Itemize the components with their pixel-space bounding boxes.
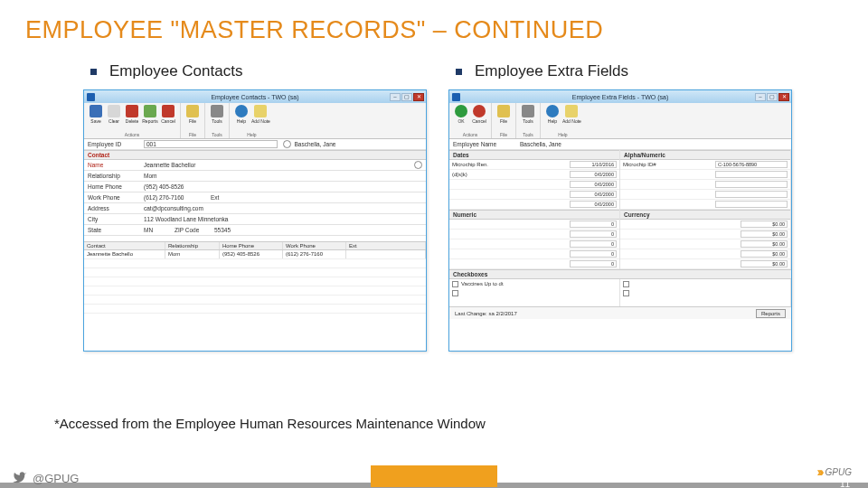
table-row[interactable] (84, 277, 426, 286)
save-button[interactable]: Save (88, 105, 104, 124)
file-button[interactable]: File (184, 105, 201, 124)
numeric-field[interactable]: 0 (570, 221, 617, 228)
ribbon-help: Help Add Note Help (541, 103, 585, 138)
state-field[interactable]: MN (144, 227, 171, 233)
left-heading: Employee Contacts (109, 62, 242, 80)
ribbon: Save Clear Delete Reports Cancel Actions… (84, 103, 426, 139)
close-button[interactable]: ✕ (413, 93, 424, 101)
window-buttons: – ▢ ✕ (755, 93, 789, 101)
close-button[interactable]: ✕ (778, 93, 789, 101)
window-title: Employee Extra Fields - TWO (sa) (572, 94, 668, 100)
employee-name-label: Employee Name (453, 141, 516, 147)
employee-name-display: Baschella, Jane (520, 141, 788, 147)
ribbon-file-label: File (189, 132, 196, 137)
delete-button[interactable]: Delete (124, 105, 140, 124)
window-buttons: – ▢ ✕ (390, 93, 424, 101)
home-phone-field[interactable]: (952) 405-8526 (144, 183, 422, 190)
checkbox[interactable] (623, 290, 629, 296)
zip-label: ZIP Code (175, 227, 211, 233)
titlebar: Employee Contacts - TWO (sa) – ▢ ✕ (84, 90, 426, 103)
add-note-button[interactable]: Add Note (562, 105, 581, 124)
table-row[interactable] (84, 268, 426, 277)
numeric-field[interactable]: 0 (570, 260, 617, 267)
ribbon-actions-label: Actions (125, 132, 139, 137)
numeric-currency-section: Numeric 0 0 0 0 0 Currency $0.00 $0.00 $… (449, 210, 791, 269)
zip-field[interactable]: 55345 (214, 227, 422, 233)
reports-button[interactable]: Reports (142, 105, 158, 124)
table-row[interactable] (84, 305, 426, 314)
lookup-icon[interactable] (283, 140, 291, 148)
numeric-field[interactable]: 0 (570, 240, 617, 248)
maximize-button[interactable]: ▢ (401, 93, 412, 101)
currency-field[interactable]: $0.00 (741, 260, 788, 267)
currency-field[interactable]: $0.00 (741, 240, 788, 248)
minimize-button[interactable]: – (390, 93, 401, 101)
date-field[interactable]: 0/0/2000 (570, 201, 617, 208)
microchip-id-label: Microchip ID# (623, 162, 715, 167)
clear-button[interactable]: Clear (106, 105, 122, 124)
microchip-date-field[interactable]: 1/10/2016 (570, 161, 617, 168)
microchip-id-field[interactable]: C-100-5676-8890 (715, 161, 788, 168)
work-phone-field[interactable]: (612) 276-7160 (144, 194, 207, 201)
checkbox[interactable] (452, 290, 458, 296)
footer-bar: @GPUG ››› GPUG 11 (0, 465, 868, 488)
table-row[interactable] (84, 286, 426, 296)
date-field[interactable]: 0/0/2000 (570, 171, 617, 178)
currency-field[interactable]: $0.00 (741, 230, 788, 238)
name-field[interactable]: Jeannette Bachellor (144, 162, 409, 168)
date-field[interactable]: 0/0/2000 (570, 181, 617, 188)
bullet-contacts: Employee Contacts (83, 62, 427, 80)
app-icon (452, 93, 460, 101)
currency-field[interactable]: $0.00 (741, 250, 788, 258)
minimize-button[interactable]: – (755, 93, 766, 101)
ribbon-file: File File (492, 103, 516, 138)
lookup-icon[interactable] (414, 161, 422, 169)
state-label: State (88, 227, 140, 233)
currency-field[interactable]: $0.00 (741, 221, 788, 228)
tools-button[interactable]: Tools (209, 105, 225, 124)
alpha-field[interactable] (715, 191, 788, 198)
help-button[interactable]: Help (233, 105, 250, 124)
file-button[interactable]: File (495, 105, 512, 124)
checkbox-label: Vaccines Up to dt (461, 281, 504, 286)
relationship-field[interactable]: Mom (144, 173, 422, 179)
maximize-button[interactable]: ▢ (767, 93, 778, 101)
checkbox[interactable] (452, 281, 458, 287)
date-field[interactable]: 0/0/2000 (570, 191, 617, 198)
contact-section-label: Contact (84, 150, 426, 160)
table-row[interactable]: Jeannette Bachello Mom (952) 405-8526 (6… (84, 250, 426, 259)
ribbon-tools: Tools Tools (205, 103, 230, 138)
table-row[interactable] (84, 259, 426, 268)
numeric-section-label: Numeric (449, 210, 619, 220)
help-button[interactable]: Help (544, 105, 561, 124)
employee-contacts-window: Employee Contacts - TWO (sa) – ▢ ✕ Save … (83, 89, 427, 352)
address-field[interactable]: cat@dpconsulting.com (144, 205, 422, 211)
ribbon-file-label: File (500, 132, 507, 137)
address-label: Address (88, 205, 140, 211)
microchip-date-label: Microchip Ren. (452, 162, 570, 167)
employee-id-label: Employee ID (88, 141, 140, 147)
table-row[interactable] (84, 296, 426, 305)
square-bullet-icon (456, 69, 462, 75)
logo-text: GPUG (826, 467, 852, 477)
alpha-field[interactable] (715, 181, 788, 188)
numeric-field[interactable]: 0 (570, 230, 617, 238)
cancel-button[interactable]: Cancel (471, 105, 487, 124)
ext-label: Ext (211, 194, 229, 201)
add-note-button[interactable]: Add Note (251, 105, 270, 124)
employee-id-field[interactable]: 001 (144, 140, 278, 148)
reports-button[interactable]: Reports (756, 309, 786, 318)
city-field[interactable]: 112 Woodland Lane Minnetonka (144, 216, 422, 222)
dates-section-label: Dates (449, 150, 619, 160)
ok-button[interactable]: OK (453, 105, 469, 124)
ribbon-help: Help Add Note Help (230, 103, 274, 138)
content-area: Employee Contacts Employee Contacts - TW… (0, 44, 868, 352)
checkbox[interactable] (623, 281, 629, 287)
employee-name-display: Baschella, Jane (295, 141, 423, 147)
tools-button[interactable]: Tools (520, 105, 536, 124)
alpha-field[interactable] (715, 201, 788, 208)
numeric-field[interactable]: 0 (570, 250, 617, 258)
cancel-button[interactable]: Cancel (160, 105, 176, 124)
alpha-field[interactable] (715, 171, 788, 178)
chevron-icon: ››› (817, 465, 822, 479)
